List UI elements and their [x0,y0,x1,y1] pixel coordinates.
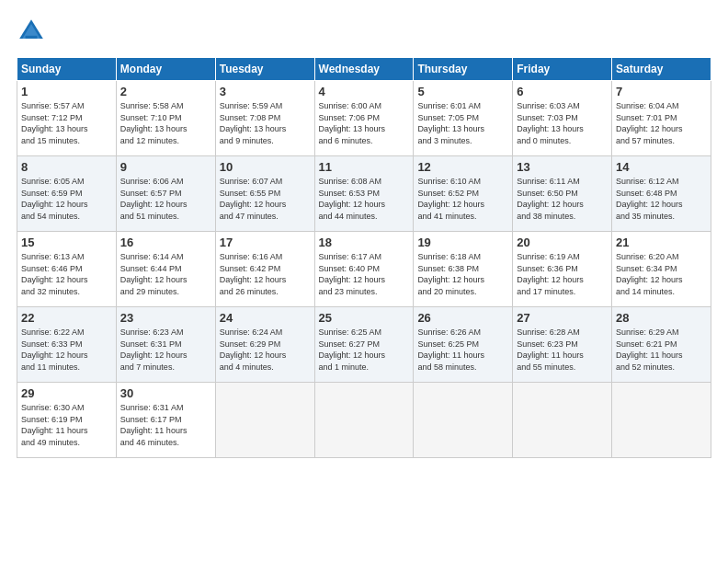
calendar-day-cell: 19Sunrise: 6:18 AM Sunset: 6:38 PM Dayli… [414,232,513,307]
logo-icon [17,17,46,46]
day-info: Sunrise: 6:26 AM Sunset: 6:25 PM Dayligh… [417,327,508,373]
page: SundayMondayTuesdayWednesdayThursdayFrid… [0,0,728,563]
calendar-day-cell: 27Sunrise: 6:28 AM Sunset: 6:23 PM Dayli… [513,307,612,383]
calendar-day-cell: 22Sunrise: 6:22 AM Sunset: 6:33 PM Dayli… [17,307,117,383]
calendar-day-cell: 20Sunrise: 6:19 AM Sunset: 6:36 PM Dayli… [513,232,612,307]
day-info: Sunrise: 6:24 AM Sunset: 6:29 PM Dayligh… [220,327,311,373]
calendar-day-cell: 18Sunrise: 6:17 AM Sunset: 6:40 PM Dayli… [314,232,414,307]
calendar-day-cell: 23Sunrise: 6:23 AM Sunset: 6:31 PM Dayli… [116,307,215,383]
calendar-day-cell: 26Sunrise: 6:26 AM Sunset: 6:25 PM Dayli… [414,307,513,383]
calendar-week-row: 29Sunrise: 6:30 AM Sunset: 6:19 PM Dayli… [17,383,711,458]
day-number: 10 [220,160,311,174]
header [17,17,711,46]
day-number: 7 [616,85,707,98]
calendar-day-cell: 11Sunrise: 6:08 AM Sunset: 6:53 PM Dayli… [314,156,414,232]
day-number: 4 [319,85,410,98]
day-number: 9 [120,160,211,174]
calendar-week-row: 1Sunrise: 5:57 AM Sunset: 7:12 PM Daylig… [17,81,711,156]
day-number: 28 [616,311,707,325]
day-number: 21 [616,236,707,249]
calendar-day-cell: 8Sunrise: 6:05 AM Sunset: 6:59 PM Daylig… [17,156,117,232]
day-info: Sunrise: 6:30 AM Sunset: 6:19 PM Dayligh… [21,402,112,448]
calendar-day-cell: 17Sunrise: 6:16 AM Sunset: 6:42 PM Dayli… [215,232,314,307]
weekday-header-monday: Monday [116,58,215,81]
day-info: Sunrise: 5:59 AM Sunset: 7:08 PM Dayligh… [220,100,311,146]
day-number: 22 [21,311,112,325]
calendar-table: SundayMondayTuesdayWednesdayThursdayFrid… [17,57,711,458]
day-info: Sunrise: 6:04 AM Sunset: 7:01 PM Dayligh… [616,100,707,146]
calendar-day-cell: 28Sunrise: 6:29 AM Sunset: 6:21 PM Dayli… [612,307,711,383]
day-info: Sunrise: 6:29 AM Sunset: 6:21 PM Dayligh… [616,327,707,373]
calendar-day-cell: 29Sunrise: 6:30 AM Sunset: 6:19 PM Dayli… [17,383,117,458]
calendar-day-cell: 1Sunrise: 5:57 AM Sunset: 7:12 PM Daylig… [17,81,117,156]
weekday-header-tuesday: Tuesday [215,58,314,81]
calendar-week-row: 15Sunrise: 6:13 AM Sunset: 6:46 PM Dayli… [17,232,711,307]
day-number: 24 [220,311,311,325]
calendar-day-cell: 5Sunrise: 6:01 AM Sunset: 7:05 PM Daylig… [414,81,513,156]
day-number: 1 [21,85,112,98]
day-number: 14 [616,160,707,174]
day-info: Sunrise: 6:18 AM Sunset: 6:38 PM Dayligh… [417,251,508,297]
day-info: Sunrise: 6:13 AM Sunset: 6:46 PM Dayligh… [21,251,112,297]
weekday-header-friday: Friday [513,58,612,81]
day-info: Sunrise: 6:06 AM Sunset: 6:57 PM Dayligh… [120,176,211,222]
weekday-header-wednesday: Wednesday [314,58,414,81]
calendar-day-cell [215,383,314,458]
calendar-day-cell: 2Sunrise: 5:58 AM Sunset: 7:10 PM Daylig… [116,81,215,156]
logo [17,17,51,46]
day-info: Sunrise: 6:05 AM Sunset: 6:59 PM Dayligh… [21,176,112,222]
day-number: 15 [21,236,112,249]
day-info: Sunrise: 6:20 AM Sunset: 6:34 PM Dayligh… [616,251,707,297]
day-info: Sunrise: 5:57 AM Sunset: 7:12 PM Dayligh… [21,100,112,146]
weekday-header-thursday: Thursday [414,58,513,81]
day-info: Sunrise: 6:07 AM Sunset: 6:55 PM Dayligh… [220,176,311,222]
day-number: 6 [517,85,608,98]
day-info: Sunrise: 6:28 AM Sunset: 6:23 PM Dayligh… [517,327,608,373]
day-number: 29 [21,386,112,400]
calendar-day-cell: 7Sunrise: 6:04 AM Sunset: 7:01 PM Daylig… [612,81,711,156]
day-info: Sunrise: 6:12 AM Sunset: 6:48 PM Dayligh… [616,176,707,222]
day-info: Sunrise: 6:03 AM Sunset: 7:03 PM Dayligh… [517,100,608,146]
day-number: 5 [417,85,508,98]
day-number: 18 [319,236,410,249]
day-info: Sunrise: 6:19 AM Sunset: 6:36 PM Dayligh… [517,251,608,297]
calendar-week-row: 8Sunrise: 6:05 AM Sunset: 6:59 PM Daylig… [17,156,711,232]
calendar-day-cell: 16Sunrise: 6:14 AM Sunset: 6:44 PM Dayli… [116,232,215,307]
day-info: Sunrise: 6:31 AM Sunset: 6:17 PM Dayligh… [120,402,211,448]
day-number: 16 [120,236,211,249]
weekday-header-row: SundayMondayTuesdayWednesdayThursdayFrid… [17,58,711,81]
calendar-day-cell [314,383,414,458]
day-number: 27 [517,311,608,325]
day-info: Sunrise: 5:58 AM Sunset: 7:10 PM Dayligh… [120,100,211,146]
day-info: Sunrise: 6:14 AM Sunset: 6:44 PM Dayligh… [120,251,211,297]
day-number: 19 [417,236,508,249]
day-number: 23 [120,311,211,325]
calendar-day-cell [513,383,612,458]
day-number: 17 [220,236,311,249]
day-number: 13 [517,160,608,174]
calendar-day-cell: 24Sunrise: 6:24 AM Sunset: 6:29 PM Dayli… [215,307,314,383]
calendar-day-cell: 15Sunrise: 6:13 AM Sunset: 6:46 PM Dayli… [17,232,117,307]
day-info: Sunrise: 6:01 AM Sunset: 7:05 PM Dayligh… [417,100,508,146]
day-info: Sunrise: 6:11 AM Sunset: 6:50 PM Dayligh… [517,176,608,222]
day-info: Sunrise: 6:22 AM Sunset: 6:33 PM Dayligh… [21,327,112,373]
calendar-day-cell: 12Sunrise: 6:10 AM Sunset: 6:52 PM Dayli… [414,156,513,232]
calendar-day-cell: 21Sunrise: 6:20 AM Sunset: 6:34 PM Dayli… [612,232,711,307]
day-number: 8 [21,160,112,174]
weekday-header-saturday: Saturday [612,58,711,81]
weekday-header-sunday: Sunday [17,58,117,81]
calendar-day-cell: 13Sunrise: 6:11 AM Sunset: 6:50 PM Dayli… [513,156,612,232]
day-number: 20 [517,236,608,249]
day-number: 2 [120,85,211,98]
day-info: Sunrise: 6:17 AM Sunset: 6:40 PM Dayligh… [319,251,410,297]
calendar-day-cell: 30Sunrise: 6:31 AM Sunset: 6:17 PM Dayli… [116,383,215,458]
day-number: 3 [220,85,311,98]
day-info: Sunrise: 6:10 AM Sunset: 6:52 PM Dayligh… [417,176,508,222]
calendar-day-cell: 25Sunrise: 6:25 AM Sunset: 6:27 PM Dayli… [314,307,414,383]
calendar-week-row: 22Sunrise: 6:22 AM Sunset: 6:33 PM Dayli… [17,307,711,383]
calendar-day-cell: 3Sunrise: 5:59 AM Sunset: 7:08 PM Daylig… [215,81,314,156]
day-info: Sunrise: 6:16 AM Sunset: 6:42 PM Dayligh… [220,251,311,297]
calendar-day-cell: 4Sunrise: 6:00 AM Sunset: 7:06 PM Daylig… [314,81,414,156]
calendar-day-cell: 14Sunrise: 6:12 AM Sunset: 6:48 PM Dayli… [612,156,711,232]
calendar-day-cell [414,383,513,458]
